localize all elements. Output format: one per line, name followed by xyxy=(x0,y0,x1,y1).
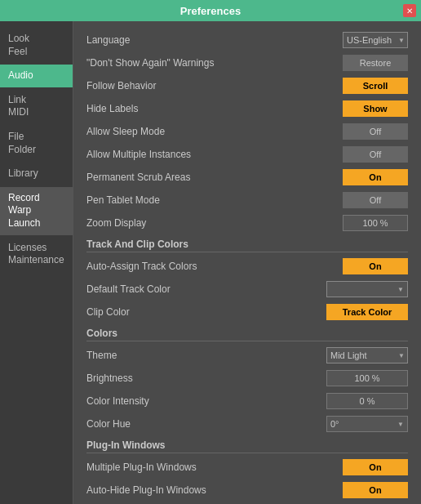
brightness-row: Brightness 100 % xyxy=(86,369,408,387)
allow-multiple-label: Allow Multiple Instances xyxy=(86,149,191,160)
default-track-color-row: Default Track Color ▼ xyxy=(86,280,408,298)
chevron-down-icon-hue: ▼ xyxy=(397,421,404,428)
theme-label: Theme xyxy=(86,350,117,361)
sidebar-item-look-feel[interactable]: Look Feel xyxy=(0,28,73,63)
auto-hide-plugin-button[interactable]: On xyxy=(343,482,408,498)
allow-multiple-row: Allow Multiple Instances Off xyxy=(86,145,408,163)
hide-labels-label: Hide Labels xyxy=(86,103,138,114)
track-clip-colors-header: Track And Clip Colors xyxy=(86,239,408,252)
color-hue-label: Color Hue xyxy=(86,418,131,430)
follow-behavior-row: Follow Behavior Scroll xyxy=(86,77,408,95)
pen-tablet-row: Pen Tablet Mode Off xyxy=(86,191,408,209)
auto-assign-button[interactable]: On xyxy=(343,258,408,274)
sidebar: Look Feel Audio Link MIDI File Folder Li… xyxy=(0,21,73,504)
multiple-plugin-label: Multiple Plug-In Windows xyxy=(86,462,197,473)
color-hue-value: 0° ▼ xyxy=(326,416,408,432)
pen-tablet-label: Pen Tablet Mode xyxy=(86,194,160,206)
dont-show-again-label: "Don't Show Again" Warnings xyxy=(86,57,214,69)
default-track-color-label: Default Track Color xyxy=(86,283,171,295)
language-select-wrapper[interactable]: US-English xyxy=(343,32,408,48)
permanent-scrub-row: Permanent Scrub Areas On xyxy=(86,168,408,186)
zoom-display-value: 100 % xyxy=(343,215,408,231)
sidebar-item-licenses[interactable]: Licenses Maintenance xyxy=(0,237,73,272)
color-hue-row: Color Hue 0° ▼ xyxy=(86,415,408,433)
color-intensity-row: Color Intensity 0 % xyxy=(86,392,408,410)
restore-button[interactable]: Restore xyxy=(343,55,408,71)
color-intensity-value: 0 % xyxy=(326,393,408,409)
zoom-display-label: Zoom Display xyxy=(86,217,146,229)
hide-labels-button[interactable]: Show xyxy=(343,100,408,117)
sidebar-item-record-warp-launch[interactable]: Record Warp Launch xyxy=(0,187,73,235)
allow-multiple-button[interactable]: Off xyxy=(343,146,408,163)
allow-sleep-label: Allow Sleep Mode xyxy=(86,126,165,137)
follow-behavior-label: Follow Behavior xyxy=(86,80,156,91)
content-area: Language US-English "Don't Show Again" W… xyxy=(73,21,421,504)
multiple-plugin-row: Multiple Plug-In Windows On xyxy=(86,458,408,476)
language-label: Language xyxy=(86,34,130,46)
language-select[interactable]: US-English xyxy=(343,32,408,48)
allow-sleep-row: Allow Sleep Mode Off xyxy=(86,123,408,140)
color-hue-number: 0° xyxy=(330,419,339,429)
sidebar-item-link-midi[interactable]: Link MIDI xyxy=(0,89,73,124)
title-bar: Preferences ✕ xyxy=(0,0,421,21)
allow-sleep-button[interactable]: Off xyxy=(343,123,408,140)
close-button[interactable]: ✕ xyxy=(403,4,416,17)
pen-tablet-button[interactable]: Off xyxy=(343,192,408,208)
auto-assign-label: Auto-Assign Track Colors xyxy=(86,261,197,272)
clip-color-label: Clip Color xyxy=(86,306,130,318)
auto-hide-plugin-label: Auto-Hide Plug-In Windows xyxy=(86,484,206,496)
sidebar-item-file-folder[interactable]: File Folder xyxy=(0,126,73,161)
language-row: Language US-English xyxy=(86,31,408,49)
brightness-label: Brightness xyxy=(86,372,133,384)
default-track-color-select[interactable]: ▼ xyxy=(326,281,408,297)
brightness-value: 100 % xyxy=(326,370,408,386)
sidebar-item-library[interactable]: Library xyxy=(0,163,73,185)
dont-show-again-row: "Don't Show Again" Warnings Restore xyxy=(86,54,408,72)
permanent-scrub-label: Permanent Scrub Areas xyxy=(86,172,190,183)
auto-assign-row: Auto-Assign Track Colors On xyxy=(86,257,408,275)
multiple-plugin-button[interactable]: On xyxy=(343,459,408,475)
theme-select[interactable]: Mid Light xyxy=(326,347,408,364)
hide-labels-row: Hide Labels Show xyxy=(86,100,408,118)
theme-select-wrapper[interactable]: Mid Light xyxy=(326,347,408,364)
title-text: Preferences xyxy=(180,5,241,17)
permanent-scrub-button[interactable]: On xyxy=(343,169,408,185)
clip-color-button[interactable]: Track Color xyxy=(326,304,408,320)
auto-hide-plugin-row: Auto-Hide Plug-In Windows On xyxy=(86,481,408,499)
color-intensity-label: Color Intensity xyxy=(86,395,149,407)
follow-behavior-button[interactable]: Scroll xyxy=(343,78,408,94)
sidebar-item-audio[interactable]: Audio xyxy=(0,65,73,87)
theme-row: Theme Mid Light xyxy=(86,346,408,364)
plugin-windows-header: Plug-In Windows xyxy=(86,439,408,453)
zoom-display-row: Zoom Display 100 % xyxy=(86,214,408,232)
chevron-down-icon: ▼ xyxy=(397,286,404,293)
colors-header: Colors xyxy=(86,328,408,341)
clip-color-row: Clip Color Track Color xyxy=(86,303,408,321)
